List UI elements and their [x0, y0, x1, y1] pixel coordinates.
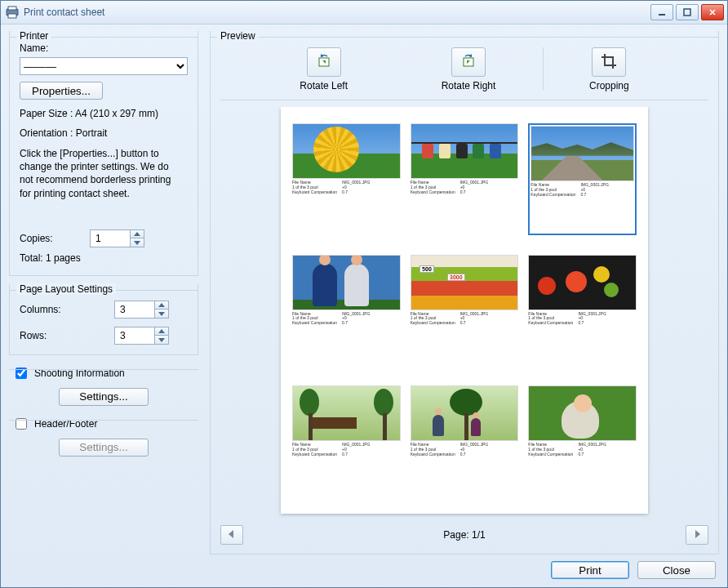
orientation-text: Orientation : Portrait [20, 127, 188, 139]
rotate-left-icon [315, 52, 333, 73]
printer-select[interactable]: ——— [20, 57, 188, 75]
close-dialog-button[interactable]: Close [637, 561, 716, 579]
dialog-footer: Print Close [9, 561, 719, 579]
printer-hint-text: Click the [Properties...] button to chan… [20, 147, 175, 200]
cropping-button[interactable] [592, 47, 626, 77]
pager: Page: 1/1 [220, 524, 708, 546]
rotate-right-button[interactable] [451, 47, 486, 77]
thumbnail-cell[interactable]: 5003000 File Name 1 of the 3 pool Keyboa… [411, 255, 519, 367]
app-icon [6, 6, 19, 19]
rows-label: Rows: [20, 330, 109, 341]
thumbnail-meta: File Name 1 of the 3 pool Keyboard Compe… [292, 180, 401, 194]
page-layout-legend: Page Layout Settings [16, 283, 116, 295]
thumbnail-meta: File Name 1 of the 3 pool Keyboard Compe… [411, 312, 519, 326]
chevron-left-icon [229, 529, 235, 541]
thumbnail-meta: File Name 1 of the 3 pool Keyboard Compe… [528, 443, 637, 457]
paper-size-text: Paper Size : A4 (210 x 297 mm) [20, 108, 188, 119]
next-page-button[interactable] [686, 525, 708, 545]
close-button[interactable] [701, 4, 724, 20]
thumbnail-meta: File Name 1 of the 3 pool Keyboard Compe… [411, 443, 519, 457]
svg-rect-4 [684, 9, 690, 16]
thumbnail-meta: File Name 1 of the 3 pool Keyboard Compe… [411, 180, 519, 194]
thumbnail-image [292, 385, 401, 441]
header-footer-label: Header/Footer [34, 418, 97, 430]
maximize-button[interactable] [676, 4, 699, 20]
thumbnail-image [530, 126, 634, 181]
svg-rect-1 [8, 7, 16, 10]
thumbnail-cell[interactable]: File Name 1 of the 3 pool Keyboard Compe… [411, 385, 519, 497]
page-layout-group: Page Layout Settings Columns: Rows: [9, 284, 198, 355]
columns-input[interactable] [115, 301, 154, 318]
svg-rect-3 [659, 14, 665, 16]
thumbnail-image [292, 255, 401, 310]
columns-up-icon[interactable] [155, 301, 168, 310]
thumbnail-image: 5003000 [411, 255, 519, 310]
columns-label: Columns: [20, 304, 109, 315]
thumbnail-image [528, 255, 637, 310]
printer-name-label: Name: [20, 42, 188, 54]
shooting-info-checkbox[interactable] [16, 368, 27, 379]
minimize-button[interactable] [650, 4, 673, 20]
chevron-right-icon [694, 529, 700, 541]
preview-panel: Preview Rotate Left Rotate Right [210, 31, 719, 555]
thumbnail-cell[interactable]: File Name 1 of the 3 pool Keyboard Compe… [411, 123, 519, 235]
cropping-label: Cropping [589, 80, 629, 91]
preview-legend: Preview [217, 31, 259, 42]
columns-down-icon[interactable] [155, 309, 168, 318]
copies-label: Copies: [20, 233, 85, 244]
titlebar: Print contact sheet [1, 1, 727, 24]
contact-sheet-page: File Name 1 of the 3 pool Keyboard Compe… [281, 107, 648, 514]
client-area: Printer Name: ——— Properties... Paper Si… [1, 24, 727, 587]
rotate-right-label: Rotate Right [442, 80, 496, 91]
thumbnail-image [528, 385, 637, 441]
rows-input[interactable] [115, 327, 154, 344]
thumbnail-meta: File Name 1 of the 3 pool Keyboard Compe… [292, 443, 401, 457]
columns-spinner[interactable] [114, 301, 169, 318]
thumbnail-cell[interactable]: File Name 1 of the 3 pool Keyboard Compe… [292, 255, 401, 367]
copies-input[interactable] [91, 230, 130, 247]
printer-group: Printer Name: ——— Properties... Paper Si… [9, 31, 198, 276]
thumbnail-image [292, 123, 401, 179]
copies-down-icon[interactable] [131, 238, 144, 247]
preview-page-area: File Name 1 of the 3 pool Keyboard Compe… [220, 107, 708, 518]
header-footer-settings-button[interactable]: Settings... [59, 439, 149, 457]
svg-rect-2 [8, 14, 16, 18]
thumbnail-meta: File Name 1 of the 3 pool Keyboard Compe… [528, 312, 637, 326]
thumbnail-cell[interactable]: File Name 1 of the 3 pool Keyboard Compe… [292, 385, 401, 497]
page-indicator: Page: 1/1 [443, 529, 485, 541]
copies-up-icon[interactable] [131, 230, 144, 238]
total-pages-text: Total: 1 pages [20, 252, 188, 264]
rotate-left-button[interactable] [307, 47, 341, 77]
rotate-left-label: Rotate Left [300, 80, 348, 91]
shooting-info-settings-button[interactable]: Settings... [59, 388, 149, 406]
rows-spinner[interactable] [114, 327, 169, 345]
rows-down-icon[interactable] [155, 335, 168, 344]
window-title: Print contact sheet [24, 7, 104, 18]
settings-column: Printer Name: ——— Properties... Paper Si… [9, 31, 198, 555]
rows-up-icon[interactable] [155, 327, 168, 336]
thumbnail-image [411, 123, 519, 179]
printer-properties-button[interactable]: Properties... [20, 82, 103, 100]
shooting-info-group: Shooting Information Settings... [9, 363, 198, 406]
prev-page-button[interactable] [220, 525, 243, 545]
print-button[interactable]: Print [551, 561, 629, 579]
thumbnail-meta: File Name 1 of the 3 pool Keyboard Compe… [292, 312, 401, 326]
header-footer-checkbox[interactable] [16, 418, 27, 430]
toolbar-divider [543, 47, 544, 90]
preview-toolbar: Rotate Left Rotate Right Cropping [220, 42, 708, 100]
shooting-info-label: Shooting Information [34, 368, 125, 379]
thumbnail-meta: File Name 1 of the 3 pool Keyboard Compe… [530, 183, 634, 197]
copies-spinner[interactable] [90, 229, 144, 247]
thumbnail-cell[interactable]: File Name 1 of the 3 pool Keyboard Compe… [292, 123, 401, 235]
window-controls [650, 4, 724, 20]
thumbnail-cell-selected[interactable]: File Name 1 of the 3 pool Keyboard Compe… [528, 123, 637, 235]
header-footer-group: Header/Footer Settings... [9, 414, 198, 457]
rotate-right-icon [459, 52, 477, 73]
thumbnail-cell[interactable]: File Name 1 of the 3 pool Keyboard Compe… [528, 385, 637, 497]
print-contact-sheet-window: Print contact sheet Printer Name: ——— Pr… [0, 0, 728, 588]
thumbnail-image [411, 385, 519, 441]
printer-legend: Printer [16, 31, 51, 42]
crop-icon [600, 52, 618, 73]
thumbnail-cell[interactable]: File Name 1 of the 3 pool Keyboard Compe… [528, 255, 637, 367]
